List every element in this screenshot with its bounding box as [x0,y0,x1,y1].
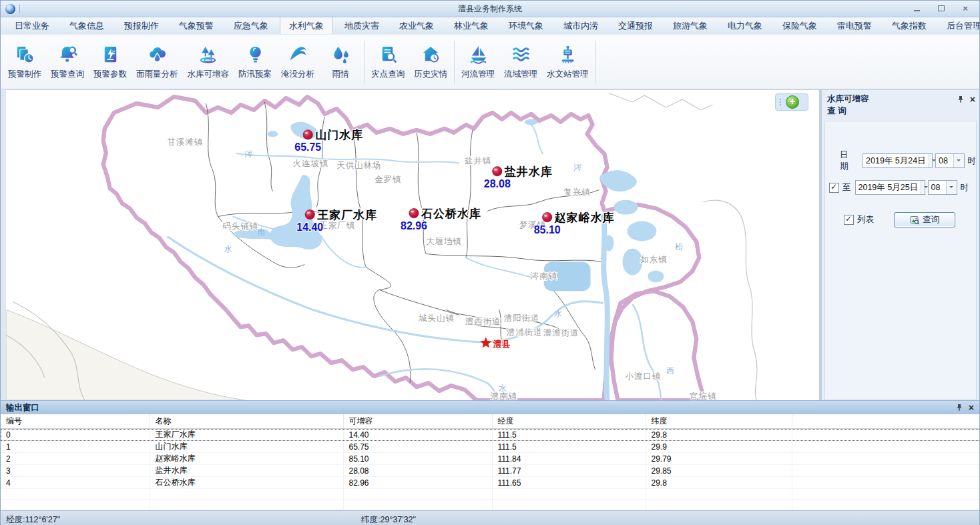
reservoir-name-label: 王家厂水库 [316,208,377,221]
column-header-可增容[interactable]: 可增容 [343,414,492,429]
pin-icon[interactable] [957,95,965,103]
menu-tab-地质灾害[interactable]: 地质灾害 [336,17,388,34]
county-map[interactable]: 甘溪滩镇火连坡镇天供山林场金罗镇盐井镇复兴镇梦溪镇码头铺镇王家厂镇大堰垱镇涔南镇… [6,90,819,400]
toolbar-button-预警参数[interactable]: 预警参数 [89,44,132,80]
hour-suffix-label: 时 [968,155,977,167]
reservoir-marker-山门水库[interactable] [303,130,312,139]
toolbar-separator [454,41,455,83]
waves-icon [511,44,531,65]
date-to-select[interactable]: 2019年 5月25日 [855,180,925,195]
zoom-in-button[interactable]: + [786,95,799,109]
close-button[interactable]: × [961,5,970,13]
menu-tab-后台管理[interactable]: 后台管理 [938,17,980,34]
column-header-编号[interactable]: 编号 [1,414,150,429]
toolbar-button-雨情[interactable]: 雨情 [319,44,362,80]
hour-to-select[interactable]: 08 [928,180,957,195]
window-title: 澧县业务制作系统 [1,3,979,15]
toolbar-button-水库可增容[interactable]: 水库可增容 [183,44,234,80]
toolbar-button-淹没分析[interactable]: 淹没分析 [276,44,319,80]
menu-tab-电力气象[interactable]: 电力气象 [719,17,771,34]
table-row[interactable]: 0王家厂水库14.40111.529.8 [1,429,979,441]
date-from-select[interactable]: 2019年 5月24日 [863,153,933,168]
status-longitude: 经度:112°6'27" [6,514,60,525]
reservoir-capacity-panel: 水库可增容 × 查 询 日 期 2019年 5月24日 08 时 [822,89,979,400]
maximize-button[interactable] [937,5,946,13]
menu-tab-农业气象[interactable]: 农业气象 [391,17,443,34]
toolbar-button-水文站管理[interactable]: 水文站管理 [542,44,593,80]
reservoir-marker-盐井水库[interactable] [493,167,502,176]
town-label: 官垸镇 [690,392,716,400]
map-canvas[interactable]: 甘溪滩镇火连坡镇天供山林场金罗镇盐井镇复兴镇梦溪镇码头铺镇王家厂镇大堰垱镇涔南镇… [6,89,819,400]
overlay-grip[interactable] [780,99,781,105]
menu-tab-环境气象[interactable]: 环境气象 [500,17,552,34]
marker-highlight [544,215,547,217]
county-name-label: 澧县 [493,339,511,349]
toolbar-button-预警制作[interactable]: 预警制作 [3,44,46,80]
town-label: 澧澹街道 [543,328,579,338]
reservoir-marker-王家厂水库[interactable] [305,209,314,219]
output-table-container: 编号名称可增容经度纬度0王家厂水库14.40111.529.81山门水库65.7… [1,414,979,510]
chevron-down-icon[interactable] [953,154,964,167]
menu-tab-交通预报[interactable]: 交通预报 [609,17,662,34]
table-row[interactable]: 3盐井水库28.08111.7729.85 [1,465,979,477]
table-row[interactable]: 1山门水库65.75111.529.9 [1,441,979,453]
cloud-drop-icon [147,44,168,65]
buoy-icon [557,44,578,65]
pin-icon[interactable] [955,404,963,412]
menu-tab-日常业务[interactable]: 日常业务 [6,17,58,34]
menu-tab-旅游气象[interactable]: 旅游气象 [664,17,716,34]
menu-tab-预报制作[interactable]: 预报制作 [115,17,168,34]
date-label: 日 期 [840,149,859,172]
menu-tab-水利气象[interactable]: 水利气象 [280,17,333,34]
town-label: 如东镇 [640,255,667,264]
output-table[interactable]: 编号名称可增容经度纬度0王家厂水库14.40111.529.81山门水库65.7… [1,414,979,510]
query-button[interactable]: 查询 [894,212,955,227]
wave-icon [288,44,308,65]
reservoir-name-label: 山门水库 [315,128,363,141]
toolbar-button-历史灾情[interactable]: 历史灾情 [409,44,452,80]
toolbar-button-灾点查询[interactable]: 灾点查询 [366,44,409,80]
county-seat: 澧县 [480,337,511,349]
town-label: 涔南镇 [530,272,557,281]
toolbar-button-流域管理[interactable]: 流域管理 [499,44,542,80]
reservoir-marker-石公桥水库[interactable] [409,208,419,217]
menu-tab-林业气象[interactable]: 林业气象 [445,17,497,34]
doc-lightning-icon [100,44,121,65]
column-header-经度[interactable]: 经度 [492,414,646,429]
menu-tab-气象预警[interactable]: 气象预警 [170,17,222,34]
town-label: 王家厂镇 [319,221,355,230]
marker-highlight [305,132,308,134]
column-header-名称[interactable]: 名称 [150,414,343,429]
hour-from-select[interactable]: 08 [935,153,964,168]
status-latitude: 纬度:29°37'32" [361,514,416,525]
ribbon-toolbar: 预警制作预警查询预警参数面雨量分析水库可增容防汛预案淹没分析雨情灾点查询历史灾情… [1,35,979,89]
table-row[interactable]: 2赵家峪水库85.10111.8429.79 [1,453,979,465]
column-header-纬度[interactable]: 纬度 [646,414,792,429]
toolbar-button-防汛预案[interactable]: 防汛预案 [234,44,276,80]
toolbar-button-面雨量分析[interactable]: 面雨量分析 [132,44,183,80]
output-close-icon[interactable]: × [969,404,974,411]
menu-tab-保险气象[interactable]: 保险气象 [774,17,826,34]
menu-tab-应急气象[interactable]: 应急气象 [225,17,277,34]
toolbar-button-预警查询[interactable]: 预警查询 [46,44,89,80]
reservoir-name-label: 盐井水库 [504,165,553,178]
menu-tab-城市内涝[interactable]: 城市内涝 [555,17,607,34]
bulb-icon [245,44,266,65]
chevron-down-icon[interactable] [946,181,957,194]
list-checkbox[interactable] [844,215,854,225]
town-label: 码头铺镇 [222,221,258,231]
menu-tab-雷电预警[interactable]: 雷电预警 [828,17,881,34]
minimize-button[interactable] [913,5,922,13]
reservoir-marker-赵家峪水库[interactable] [542,212,551,221]
menu-tab-气象信息[interactable]: 气象信息 [61,17,113,34]
chevron-down-icon[interactable] [921,181,924,194]
reservoir-name-label: 赵家峪水库 [554,211,615,224]
to-checkbox[interactable] [829,183,839,193]
river-label: 水 [499,384,507,393]
table-row[interactable]: 4石公桥水库82.96111.6529.8 [1,477,979,489]
menu-tab-气象指数[interactable]: 气象指数 [883,17,935,34]
marker-highlight [307,212,310,214]
chevron-down-icon[interactable] [929,154,932,167]
toolbar-button-河流管理[interactable]: 河流管理 [457,44,499,80]
panel-close-icon[interactable]: × [970,96,975,103]
